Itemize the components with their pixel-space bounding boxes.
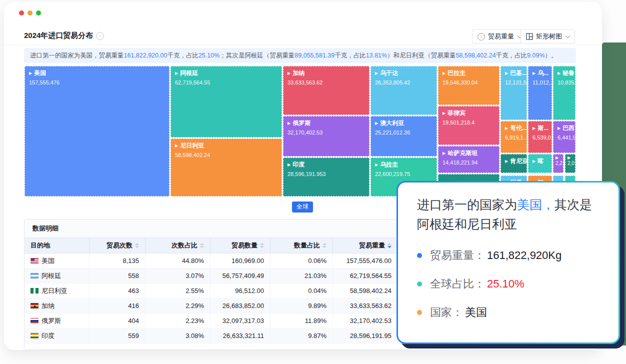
treemap-tile-哥伦...[interactable]: 哥伦...6,919,1...	[500, 121, 527, 153]
tooltip-item-0: 贸易重量：161,822,920Kg	[417, 248, 600, 263]
chart-type-dropdown-label: 矩形树图	[536, 32, 562, 41]
play-arrow-icon	[558, 72, 560, 76]
tile-country-name: 阿根廷	[180, 70, 198, 78]
tooltip-item-value: 美国	[465, 305, 487, 320]
chart-type-dropdown[interactable]: 矩形树图	[520, 30, 575, 44]
cell-数量占比: 9.87%	[270, 328, 333, 343]
treemap-tile-partial[interactable]: 2,0	[565, 154, 576, 173]
treemap-tile-菲律宾[interactable]: 菲律宾19,501,218.4	[438, 106, 500, 145]
column-header-label: 贸易数量	[232, 241, 258, 250]
column-header-5[interactable]: 贸易重量	[333, 238, 398, 253]
tile-country-name: 肯尼亚	[510, 158, 527, 166]
tile-country-name: 哥伦...	[510, 124, 527, 132]
destination-cell: 加纳	[24, 298, 90, 313]
treemap-tile-哈萨克斯坦[interactable]: 哈萨克斯坦14,418,221.94	[438, 146, 500, 173]
column-header-4[interactable]: 数量占比	[270, 238, 333, 253]
header-divider	[4, 44, 602, 45]
treemap-tile-秘鲁[interactable]: 秘鲁10,835,...	[553, 66, 576, 120]
summary-text-segment: 进口第一的国家为美国，贸易重量	[30, 52, 124, 59]
destination-cell: 阿根廷	[24, 268, 90, 283]
tile-country-name: 哈萨克斯坦	[448, 150, 478, 158]
column-header-3[interactable]: 贸易数量	[210, 238, 270, 253]
treemap-tile-巴拉圭[interactable]: 巴拉圭19,546,330.04	[438, 66, 500, 105]
treemap-tile-印度[interactable]: 印度28,596,191.953	[283, 158, 370, 196]
tile-label: 菲律宾	[442, 110, 495, 118]
treemap-tile-斯...[interactable]: 斯...6,539,0...	[528, 121, 552, 153]
metric-dropdown-label: 贸易重量	[488, 32, 514, 41]
treemap-tile-乌干达[interactable]: 乌干达26,353,805.42	[370, 66, 437, 115]
sort-asc-icon	[135, 243, 139, 245]
tile-country-name: 菲律宾	[448, 110, 466, 118]
flag-icon-ru	[30, 318, 38, 324]
cell-贸易重量: 32,170,402.53	[333, 314, 398, 328]
tile-value: 62,719,564.55	[175, 80, 278, 86]
tile-label	[556, 156, 561, 160]
info-circle-icon	[478, 33, 485, 40]
tile-label	[568, 156, 573, 160]
tile-label: 肯尼亚	[505, 158, 522, 166]
treemap-tile-尼日利亚[interactable]: 尼日利亚58,598,402.24	[170, 138, 282, 196]
page-title: 2024年进口贸易分布	[24, 31, 93, 40]
summary-highlight-value: 58,598,402.24	[456, 52, 496, 59]
tooltip-item-value: 25.10%	[487, 278, 524, 290]
tile-country-name: 巴西	[562, 124, 574, 132]
treemap-tile-阿根廷[interactable]: 阿根廷62,719,564.55	[170, 66, 282, 138]
tooltip-content: 进口第一的国家为美国，其次是阿根廷和尼日利亚 贸易重量：161,822,920K…	[398, 182, 618, 342]
treemap-tile-乌...[interactable]: 乌...11,012,...	[528, 66, 552, 120]
minimize-icon[interactable]	[28, 10, 32, 16]
sort-desc-icon	[200, 246, 204, 248]
summary-text-segment: 千克，占比	[496, 52, 528, 59]
play-arrow-icon	[558, 126, 560, 130]
cell-次数占比: 2.29%	[146, 298, 210, 313]
destination-name: 阿根廷	[42, 272, 61, 280]
tile-label: 乌...	[532, 70, 548, 78]
treemap-root-button[interactable]: 全球	[292, 202, 313, 212]
summary-banner: 进口第一的国家为美国，贸易重量161,822,920.00千克，占比25.10%…	[24, 48, 576, 63]
column-header-2[interactable]: 次数占比	[146, 238, 210, 253]
cell-贸易重量: 157,555,476.00	[333, 254, 398, 268]
play-arrow-icon	[442, 72, 446, 76]
tile-country-name: 俄罗斯	[292, 120, 310, 128]
cell-贸易重量: 62,719,564.55	[333, 268, 398, 283]
tile-country-name: 澳大利亚	[380, 120, 404, 128]
treemap-tile-美国[interactable]: 美国157,555,476	[24, 66, 170, 196]
treemap-tile-俄罗斯[interactable]: 俄罗斯32,170,402.53	[283, 116, 370, 156]
sort-asc-icon	[322, 243, 326, 245]
treemap-tile-喀[interactable]: 喀	[528, 154, 552, 173]
tile-value: 19,501,218.4	[442, 120, 495, 126]
treemap-tile-加纳[interactable]: 加纳33,633,563.62	[283, 66, 370, 115]
tile-label: 乌干达	[375, 70, 432, 78]
tile-country-name: 美国	[34, 70, 46, 78]
treemap-tile-澳大利亚[interactable]: 澳大利亚25,221,012.36	[370, 116, 437, 156]
info-circle-icon[interactable]	[96, 32, 104, 40]
treemap-tile-肯尼亚[interactable]: 肯尼亚	[500, 154, 527, 173]
sort-carets-icon	[388, 243, 392, 248]
tile-label: 巴拉圭	[442, 70, 495, 78]
play-arrow-icon	[175, 72, 178, 76]
cell-贸易重量: 28,596,191.95	[333, 328, 398, 343]
tile-value: 6,441,9...	[558, 134, 571, 140]
tile-label: 喀	[532, 158, 548, 166]
treemap-tile-巴西[interactable]: 巴西6,441,9...	[553, 121, 576, 153]
cell-次数占比: 2.23%	[146, 314, 210, 328]
column-header-1[interactable]: 贸易次数	[90, 238, 146, 253]
window-controls	[19, 10, 41, 16]
chart-header: 2024年进口贸易分布	[24, 31, 104, 40]
tile-country-name: 尼日利亚	[180, 142, 204, 150]
close-icon[interactable]	[19, 10, 24, 16]
treemap-icon	[526, 33, 533, 40]
destination-cell: 俄罗斯	[24, 314, 90, 328]
flag-icon-in	[30, 333, 38, 338]
play-arrow-icon	[375, 72, 378, 76]
cell-次数占比: 44.80%	[146, 254, 210, 268]
zoom-icon[interactable]	[36, 10, 41, 16]
cell-次数占比: 2.55%	[146, 284, 210, 298]
treemap-tile-巴基...[interactable]: 巴基...12,131,5...	[500, 66, 527, 120]
tile-value: 33,633,563.62	[288, 80, 365, 86]
treemap-tile-partial[interactable]: 2,2	[553, 154, 564, 173]
tooltip-item-label: 国家：	[430, 305, 463, 320]
tile-label: 乌拉圭	[375, 161, 432, 169]
flag-icon-gh	[30, 303, 38, 308]
tile-value: 25,221,012.36	[375, 130, 432, 136]
metric-dropdown[interactable]: 贸易重量	[472, 30, 527, 44]
